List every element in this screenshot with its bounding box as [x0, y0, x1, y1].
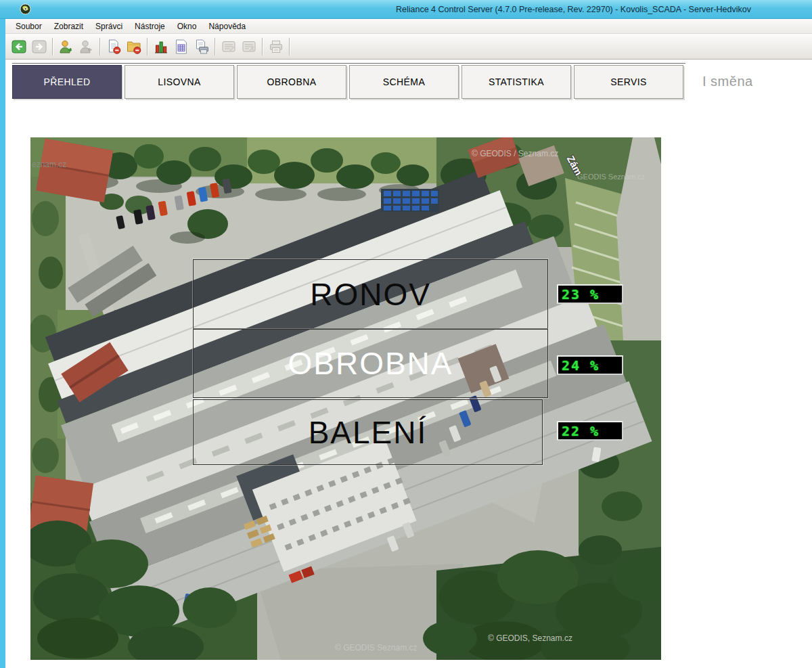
lcd-display-ronov: 23 % [557, 284, 623, 304]
menubar: Soubor Zobrazit Správci Nástroje Okno Ná… [5, 19, 812, 34]
tabs-divider-line [12, 63, 685, 64]
user-login-button[interactable] [56, 37, 76, 57]
menu-nastroje[interactable]: Nástroje [129, 19, 171, 33]
zone-box-baleni: BALENÍ [193, 399, 543, 465]
zone-label-baleni: BALENÍ [309, 417, 428, 448]
watermark-top-left: eznam.cz [32, 160, 66, 169]
toolbar-separator [262, 38, 263, 55]
lcd-display-obrobna: 24 % [557, 355, 623, 375]
form-button-2[interactable] [239, 37, 259, 57]
plant-aerial-view: eznam.cz © GEODIS / Seznam.cz GEODIS Sez… [30, 137, 661, 660]
titlebar: Reliance 4 Control Server (4.7.0 Pre-rel… [0, 0, 812, 19]
menu-soubor[interactable]: Soubor [9, 19, 48, 33]
tab-statistika[interactable]: STATISTIKA [461, 65, 571, 99]
watermark-bottom-right: © GEODIS, Seznam.cz [488, 633, 572, 643]
window-left-border [0, 19, 5, 668]
user-logout-button[interactable] [76, 37, 97, 57]
zone-box-ronov: RONOV [193, 259, 548, 329]
lcd-value-baleni: 22 % [558, 423, 600, 439]
app-window: Reliance 4 Control Server (4.7.0 Pre-rel… [0, 0, 812, 668]
forward-button[interactable] [29, 37, 49, 57]
menu-okno[interactable]: Okno [171, 19, 203, 33]
lcd-display-baleni: 22 % [557, 421, 623, 441]
bar-chart-button[interactable] [151, 37, 171, 57]
shift-label: I směna [702, 74, 753, 89]
tab-schema[interactable]: SCHÉMA [349, 65, 459, 99]
aerial-photo: eznam.cz © GEODIS / Seznam.cz GEODIS Sez… [30, 137, 661, 660]
watermark-top-right: GEODIS Seznam.cz [577, 173, 645, 181]
zone-label-obrobna: OBROBNA [288, 348, 453, 379]
document-stop-button[interactable] [104, 37, 124, 57]
toolbar-separator [52, 38, 53, 55]
zone-label-ronov: RONOV [310, 279, 431, 310]
watermark-top-center: © GEODIS / Seznam.cz [472, 149, 558, 158]
toolbar-separator [215, 38, 216, 55]
tab-servis[interactable]: SERVIS [574, 65, 683, 99]
tab-obrobna[interactable]: OBROBNA [237, 65, 346, 99]
lcd-value-obrobna: 24 % [558, 357, 600, 374]
folder-stop-button[interactable] [124, 37, 144, 57]
print-preview-button[interactable] [191, 37, 212, 57]
zone-box-obrobna: OBROBNA [193, 329, 548, 398]
menu-spravci[interactable]: Správci [89, 19, 129, 33]
toolbar-separator [147, 38, 148, 55]
printer-button[interactable] [266, 37, 286, 57]
watermark-bottom-center: © GEODIS Seznam.cz [335, 643, 418, 652]
toolbar-separator [289, 38, 290, 55]
tab-lisovna[interactable]: LISOVNA [125, 65, 234, 99]
form-button-1[interactable] [219, 37, 239, 57]
window-title: Reliance 4 Control Server (4.7.0 Pre-rel… [396, 5, 751, 14]
menu-napoveda[interactable]: Nápověda [202, 19, 252, 33]
menu-zobrazit[interactable]: Zobrazit [48, 19, 89, 33]
toolbar-separator [99, 38, 101, 55]
lcd-value-ronov: 23 % [558, 286, 600, 303]
app-icon [20, 3, 31, 15]
toolbar [5, 34, 812, 60]
back-button[interactable] [9, 37, 29, 57]
tab-prehled[interactable]: PŘEHLED [12, 65, 122, 99]
table-document-button[interactable] [171, 37, 191, 57]
